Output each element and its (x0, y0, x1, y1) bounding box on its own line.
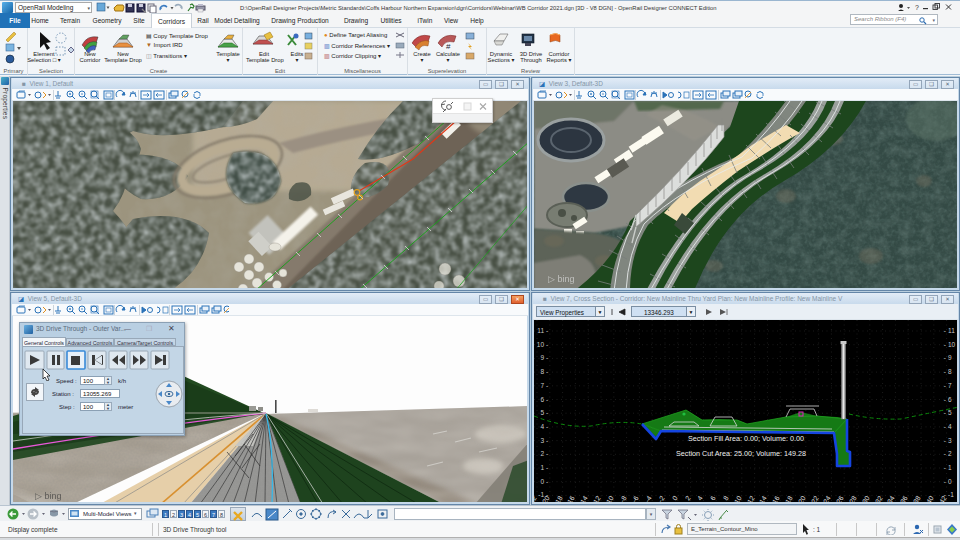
svg-text:6: 6 (948, 396, 952, 403)
svg-text:-: - (944, 464, 946, 471)
svg-text:-: - (944, 409, 946, 416)
svg-text:-: - (546, 368, 548, 375)
svg-text:2: 2 (948, 450, 952, 457)
svg-text:-: - (546, 464, 548, 471)
svg-text:-: - (546, 341, 548, 348)
svg-text:38: 38 (912, 494, 922, 502)
svg-text:-: - (546, 423, 548, 430)
svg-text:10: 10 (537, 341, 545, 348)
svg-text:6: 6 (540, 396, 544, 403)
svg-text:11: 11 (537, 327, 544, 334)
svg-text:0: 0 (540, 478, 544, 485)
svg-text:8: 8 (540, 368, 544, 375)
svg-text:6: 6 (709, 494, 717, 501)
svg-text:-6: -6 (631, 494, 640, 502)
svg-text:7: 7 (540, 382, 544, 389)
svg-text:▷ bing: ▷ bing (35, 491, 61, 501)
svg-text:-: - (944, 423, 946, 430)
svg-text:-: - (944, 396, 946, 403)
svg-text:-: - (546, 478, 548, 485)
svg-text:-1: -1 (948, 491, 954, 498)
svg-text:20: 20 (797, 494, 807, 502)
svg-text:16: 16 (771, 494, 781, 502)
svg-text:0: 0 (948, 478, 952, 485)
svg-text:-: - (944, 327, 946, 334)
svg-text:Section Fill Area: 0.00; Volum: Section Fill Area: 0.00; Volume: 0.00 (688, 434, 804, 443)
svg-text:9: 9 (540, 354, 544, 361)
svg-text:-: - (546, 409, 548, 416)
svg-text:4: 4 (540, 423, 544, 430)
svg-text:-: - (944, 354, 946, 361)
svg-text:4: 4 (696, 494, 704, 501)
svg-text:10: 10 (948, 341, 956, 348)
svg-text:8: 8 (948, 368, 952, 375)
svg-text:-18: -18 (552, 494, 563, 502)
svg-text:36: 36 (899, 494, 909, 502)
svg-text:5: 5 (948, 409, 952, 416)
svg-text:-: - (546, 396, 548, 403)
svg-text:?: ? (915, 4, 919, 11)
svg-text:7: 7 (948, 382, 952, 389)
svg-text:-: - (546, 327, 548, 334)
svg-text:24: 24 (822, 494, 832, 502)
svg-text:-: - (546, 437, 548, 444)
svg-text:11: 11 (948, 327, 955, 334)
svg-text:3: 3 (540, 437, 544, 444)
svg-text:-12: -12 (590, 494, 601, 502)
svg-text:1: 1 (948, 464, 952, 471)
svg-text:9: 9 (948, 354, 952, 361)
svg-text:2: 2 (540, 450, 544, 457)
svg-text:-: - (944, 478, 946, 485)
svg-text:5: 5 (540, 409, 544, 416)
svg-text:#: # (446, 42, 451, 51)
svg-text:-10: -10 (603, 494, 614, 502)
svg-text:1: 1 (540, 464, 544, 471)
svg-text:3: 3 (948, 437, 952, 444)
svg-text:18: 18 (784, 494, 794, 502)
svg-text:-: - (944, 437, 946, 444)
svg-text:Section Cut Area: 25.00; Volum: Section Cut Area: 25.00; Volume: 149.28 (676, 449, 806, 458)
svg-text:-: - (546, 450, 548, 457)
svg-text:-: - (944, 341, 946, 348)
svg-text:-: - (944, 382, 946, 389)
svg-text:4: 4 (948, 423, 952, 430)
svg-text:-: - (944, 368, 946, 375)
svg-text:-: - (546, 354, 548, 361)
svg-text:-: - (944, 450, 946, 457)
svg-text:30: 30 (861, 494, 871, 502)
svg-text:-: - (546, 382, 548, 389)
svg-text:▷ bing: ▷ bing (548, 274, 574, 284)
